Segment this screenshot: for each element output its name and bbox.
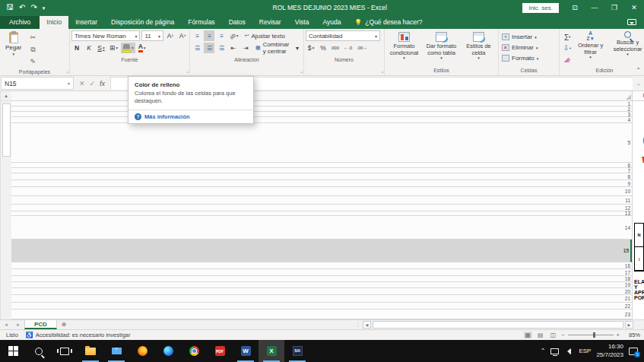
zoom-level[interactable]: 85% xyxy=(623,332,640,338)
undo-icon[interactable]: ↶ xyxy=(19,4,25,11)
underline-button[interactable]: S▾ xyxy=(96,43,106,53)
row-header-4[interactable]: 4 xyxy=(11,117,632,123)
font-name-combo[interactable]: Times New Roman▾ xyxy=(71,30,140,41)
clear-icon[interactable]: ◢▾ xyxy=(561,54,573,65)
clipboard-dialog-launcher[interactable]: ⌟ xyxy=(66,68,68,73)
grid-area[interactable]: Valle Hermoso GOBIERNO AUTONOMO DESCENTR… xyxy=(633,101,644,319)
row-header-10[interactable]: 10 xyxy=(11,187,632,196)
ribbon-display-options-icon[interactable]: ⊡ xyxy=(565,0,585,15)
volume-icon[interactable] xyxy=(564,348,573,354)
insert-function-icon[interactable]: fx xyxy=(100,80,105,87)
cell-styles-button[interactable]: Estilos de celda▾ xyxy=(461,30,496,62)
decrease-indent-icon[interactable]: ⇤ xyxy=(228,43,239,53)
prev-sheet-icon[interactable]: ◂ xyxy=(0,320,12,329)
table-data-cell[interactable]: 1 xyxy=(635,247,644,270)
row-header-2[interactable]: 2 xyxy=(11,106,632,112)
row-header-15[interactable]: 15 xyxy=(11,240,632,262)
alignment-dialog-launcher[interactable]: ⌟ xyxy=(300,68,303,73)
row-header-18[interactable]: 18 xyxy=(11,276,632,282)
horizontal-scrollbar[interactable] xyxy=(373,321,623,329)
accessibility-status[interactable]: ♿ Accesibilidad: es necesario investigar xyxy=(26,332,131,338)
enter-icon[interactable]: ✓ xyxy=(90,80,96,87)
task-view-icon[interactable] xyxy=(52,340,78,362)
row-header-12[interactable]: 12 xyxy=(11,205,632,211)
collapse-ribbon-icon[interactable]: ⌃ xyxy=(636,67,641,74)
start-button[interactable] xyxy=(0,340,26,362)
hidden-icons-chevron[interactable]: ⌃ xyxy=(541,348,546,354)
tell-me-box[interactable]: 💡 ¿Qué desea hacer? xyxy=(347,16,429,29)
vertical-scrollbar[interactable]: ▲ xyxy=(0,91,11,319)
row-header-21[interactable]: 21 xyxy=(11,295,632,303)
tooltip-help-link[interactable]: ? Más información xyxy=(128,110,253,123)
number-dialog-launcher[interactable]: ⌟ xyxy=(381,68,383,73)
wrap-text-button[interactable]: ↩Ajustar texto xyxy=(242,30,288,41)
fill-icon[interactable]: ⇩▾ xyxy=(561,43,573,53)
number-format-combo[interactable]: Contabilidad▾ xyxy=(306,30,380,41)
vertical-scroll-thumb[interactable] xyxy=(2,103,11,157)
row-header-14[interactable]: 14 xyxy=(11,216,632,240)
font-color-button[interactable]: A▾ xyxy=(137,43,148,53)
scrollbar-splitter[interactable]: ⋮ xyxy=(355,322,361,328)
row-header-23[interactable]: 23 xyxy=(11,310,632,319)
network-icon[interactable] xyxy=(550,348,559,354)
word-icon[interactable]: W xyxy=(233,340,259,362)
row-header-11[interactable]: 11 xyxy=(11,196,632,205)
page-layout-view-icon[interactable]: ▤ xyxy=(536,332,545,338)
cancel-icon[interactable]: ✕ xyxy=(79,80,85,87)
normal-view-icon[interactable]: ▦ xyxy=(524,332,533,338)
redo-icon[interactable]: ↷ xyxy=(30,4,36,11)
font-dialog-launcher[interactable]: ⌟ xyxy=(186,68,189,73)
conditional-formatting-button[interactable]: Formato condicional▾ xyxy=(386,30,422,62)
language-indicator[interactable]: ESP xyxy=(579,348,591,354)
row-header-9[interactable]: 9 xyxy=(11,180,632,187)
increase-decimal-icon[interactable]: ←.0 xyxy=(342,43,354,53)
customize-qat-icon[interactable]: ▾ xyxy=(43,5,46,11)
row-header-16[interactable]: 16 xyxy=(11,262,632,269)
format-painter-icon[interactable]: ✎ xyxy=(27,56,39,67)
minimize-button[interactable]: — xyxy=(585,0,604,15)
row-header-1[interactable]: 1 xyxy=(11,101,632,106)
notification-center-icon[interactable]: 5 xyxy=(629,348,638,355)
scroll-up-icon[interactable]: ▲ xyxy=(1,91,11,101)
fill-color-button[interactable]: ▾ xyxy=(121,43,135,53)
scroll-left-icon[interactable]: ◀ xyxy=(363,321,371,329)
expand-formula-bar-icon[interactable]: ⌄ xyxy=(633,76,644,90)
merge-center-button[interactable]: ▦Combinar y centrar▾ xyxy=(252,43,302,53)
align-right-icon[interactable]: ☰ xyxy=(216,43,227,53)
row-header-5[interactable]: 5 xyxy=(11,123,632,163)
italic-button[interactable]: K xyxy=(84,43,94,53)
new-sheet-icon[interactable]: ⊕ xyxy=(57,320,71,329)
zoom-slider[interactable] xyxy=(568,335,614,335)
pdf-app-icon[interactable]: PDF xyxy=(207,340,233,362)
tab-archivo[interactable]: Archivo xyxy=(0,16,40,29)
orientation-icon[interactable]: ab▾ xyxy=(228,30,240,41)
align-bottom-icon[interactable]: ≡ xyxy=(216,30,227,41)
share-comment-icon[interactable] xyxy=(627,19,636,25)
tab-insertar[interactable]: Insertar xyxy=(68,16,104,29)
tab-datos[interactable]: Datos xyxy=(222,16,252,29)
edge-icon[interactable] xyxy=(155,340,181,362)
next-sheet-icon[interactable]: ▸ xyxy=(12,320,24,329)
row-header-22[interactable]: 22 xyxy=(11,303,632,310)
table-header-cell[interactable]: N xyxy=(635,224,644,246)
save-icon[interactable]: 🖫 xyxy=(6,4,14,11)
row-header-8[interactable]: 8 xyxy=(11,173,632,180)
align-top-icon[interactable]: ≡ xyxy=(192,30,202,41)
tab-ayuda[interactable]: Ayuda xyxy=(316,16,347,29)
restore-button[interactable]: ❐ xyxy=(604,0,624,15)
tab-revisar[interactable]: Revisar xyxy=(252,16,288,29)
format-cells-button[interactable]: Formato▾ xyxy=(500,53,540,63)
insert-cells-button[interactable]: +Insertar▾ xyxy=(500,32,538,42)
clock[interactable]: 16:3025/7/2023 xyxy=(596,343,623,359)
bold-button[interactable]: N xyxy=(71,43,82,53)
row-header-17[interactable]: 17 xyxy=(11,269,632,276)
scroll-right-icon[interactable]: ▶ xyxy=(625,321,633,329)
row-header-20[interactable]: 20 xyxy=(11,288,632,295)
decrease-font-icon[interactable]: A˅ xyxy=(177,30,188,41)
font-size-combo[interactable]: 11▾ xyxy=(141,30,163,41)
select-all-corner[interactable] xyxy=(11,91,633,101)
align-middle-icon[interactable]: ≡ xyxy=(204,30,214,41)
comma-format-button[interactable]: 000 xyxy=(330,43,341,53)
percent-format-button[interactable]: % xyxy=(318,43,328,53)
currency-format-button[interactable]: $▾ xyxy=(306,43,316,53)
